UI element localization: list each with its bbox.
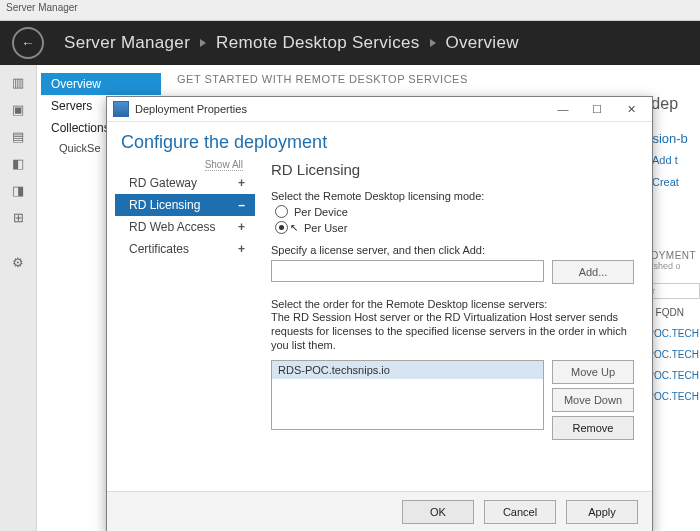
license-server-input[interactable]: [271, 260, 544, 282]
rds-icon[interactable]: ⊞: [13, 210, 24, 225]
radio-per-device[interactable]: Per Device: [275, 205, 634, 218]
dashboard-icon[interactable]: ▥: [12, 75, 24, 90]
licensing-mode-label: Select the Remote Desktop licensing mode…: [271, 190, 634, 202]
all-servers-icon[interactable]: ▤: [12, 129, 24, 144]
breadcrumb-bar: ← Server ManagerRemote Desktop ServicesO…: [0, 21, 700, 65]
rd-licensing-panel: RD Licensing Select the Remote Desktop l…: [255, 159, 652, 479]
specify-server-label: Specify a license server, and then click…: [271, 244, 634, 256]
cancel-button[interactable]: Cancel: [484, 500, 556, 524]
list-item[interactable]: RDS-POC.techsnips.io: [272, 361, 543, 379]
close-button[interactable]: ✕: [614, 99, 648, 119]
expand-icon: +: [238, 176, 245, 190]
maximize-button[interactable]: ☐: [580, 99, 614, 119]
license-server-list[interactable]: RDS-POC.techsnips.io: [271, 360, 544, 430]
remove-button[interactable]: Remove: [552, 416, 634, 440]
settings-icon[interactable]: ⚙: [12, 255, 24, 270]
sidebar-item-certificates[interactable]: Certificates+: [115, 238, 255, 260]
back-button[interactable]: ←: [12, 27, 44, 59]
local-server-icon[interactable]: ▣: [12, 102, 24, 117]
add-button[interactable]: Add...: [552, 260, 634, 284]
window-titlebar: Server Manager: [0, 0, 700, 21]
order-help: The RD Session Host server or the RD Vir…: [271, 311, 634, 352]
collapse-icon: –: [238, 198, 245, 212]
role-icon[interactable]: ◧: [12, 156, 24, 171]
expand-icon: +: [238, 220, 245, 234]
minimize-button[interactable]: —: [546, 99, 580, 119]
radio-icon: [275, 205, 288, 218]
deployment-properties-dialog: Deployment Properties — ☐ ✕ Configure th…: [106, 96, 653, 531]
dialog-title: Deployment Properties: [135, 103, 546, 115]
cursor-icon: ↖: [290, 222, 298, 233]
breadcrumb[interactable]: Server ManagerRemote Desktop ServicesOve…: [64, 33, 519, 53]
move-up-button[interactable]: Move Up: [552, 360, 634, 384]
dialog-titlebar[interactable]: Deployment Properties — ☐ ✕: [107, 97, 652, 122]
dialog-heading: Configure the deployment: [121, 132, 638, 153]
radio-icon: [275, 221, 288, 234]
sidebar-item-rd-gateway[interactable]: RD Gateway+: [115, 172, 255, 194]
ok-button[interactable]: OK: [402, 500, 474, 524]
dialog-icon: [113, 101, 129, 117]
apply-button[interactable]: Apply: [566, 500, 638, 524]
sidebar-item-rd-licensing[interactable]: RD Licensing–: [115, 194, 255, 216]
nav-overview[interactable]: Overview: [41, 73, 161, 95]
section-title: RD Licensing: [271, 161, 634, 178]
dialog-footer: OK Cancel Apply: [107, 491, 652, 531]
move-down-button[interactable]: Move Down: [552, 388, 634, 412]
order-label: Select the order for the Remote Desktop …: [271, 298, 634, 310]
get-started-heading: GET STARTED WITH REMOTE DESKTOP SERVICES: [177, 73, 618, 85]
sidebar-item-rd-web-access[interactable]: RD Web Access+: [115, 216, 255, 238]
dialog-sidebar: Show All RD Gateway+ RD Licensing– RD We…: [107, 159, 255, 479]
server-manager-iconbar: ▥ ▣ ▤ ◧ ◨ ⊞ ⚙: [0, 65, 37, 531]
radio-per-user[interactable]: ↖ Per User: [275, 221, 634, 234]
show-all-link[interactable]: Show All: [115, 159, 255, 170]
window-title: Server Manager: [6, 2, 78, 13]
expand-icon: +: [238, 242, 245, 256]
role-icon[interactable]: ◨: [12, 183, 24, 198]
